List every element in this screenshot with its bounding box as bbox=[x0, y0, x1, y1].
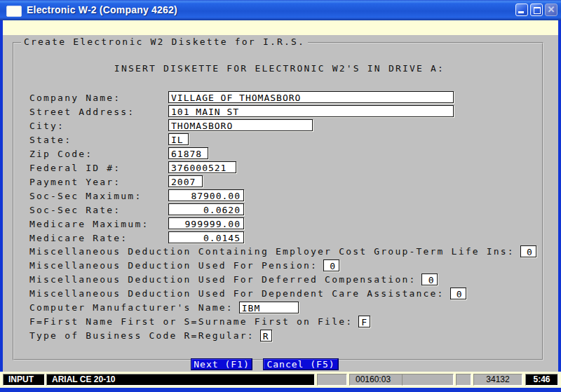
misc-deferred-comp-input[interactable]: 0 bbox=[421, 273, 438, 285]
payment-year-label: Payment Year: bbox=[29, 177, 121, 187]
zip-code-input[interactable]: 61878 bbox=[168, 147, 208, 159]
close-icon: ✕ bbox=[546, 4, 557, 15]
state-label: State: bbox=[29, 135, 72, 145]
timer-indicator: 00160:03 bbox=[349, 374, 405, 386]
medicare-maximum-input[interactable]: 999999.00 bbox=[168, 217, 244, 229]
street-address-label: Street Address: bbox=[29, 107, 135, 117]
misc-dependent-care-label: Miscellaneous Deduction Used For Depende… bbox=[29, 288, 445, 299]
window-title: Electronic W-2 (Company 4262) bbox=[27, 4, 177, 15]
window-controls: ✕ bbox=[515, 4, 557, 16]
app-window: Electronic W-2 (Company 4262) ✕ Create E… bbox=[0, 0, 561, 392]
business-code-input[interactable]: R bbox=[260, 330, 272, 342]
company-name-label: Company Name: bbox=[29, 93, 121, 103]
soc-sec-maximum-input[interactable]: 87900.00 bbox=[168, 189, 244, 201]
misc-pension-input[interactable]: 0 bbox=[323, 259, 339, 271]
field-row: Miscellaneous Deduction Used For Depende… bbox=[29, 288, 466, 302]
misc-deferred-comp-label: Miscellaneous Deduction Used For Deferre… bbox=[29, 273, 416, 285]
field-row: Miscellaneous Deduction Used For Deferre… bbox=[29, 273, 438, 288]
medicare-rate-input[interactable]: 0.0145 bbox=[168, 231, 244, 243]
maximize-icon bbox=[534, 7, 541, 14]
diskette-instruction-heading: INSERT DISKETTE FOR ELECTRONIC W2'S IN D… bbox=[13, 63, 546, 74]
status-cell-empty-2 bbox=[402, 374, 454, 386]
field-row: Miscellaneous Deduction Containing Emplo… bbox=[29, 245, 536, 259]
title-bar: Electronic W-2 (Company 4262) ✕ bbox=[0, 0, 561, 20]
company-name-input[interactable]: VILLAGE OF THOMASBORO bbox=[168, 91, 454, 103]
misc-group-term-life-label: Miscellaneous Deduction Containing Emplo… bbox=[29, 245, 515, 257]
field-row: Type of Business Code R=Regular: R bbox=[29, 330, 272, 344]
input-mode-indicator: INPUT bbox=[3, 374, 45, 386]
field-row: Miscellaneous Deduction Used For Pension… bbox=[29, 259, 339, 273]
city-input[interactable]: THOMASBORO bbox=[168, 119, 313, 131]
street-address-input[interactable]: 101 MAIN ST bbox=[168, 105, 454, 117]
group-box-title: Create Electronic W2 Diskette for I.R.S. bbox=[21, 36, 308, 48]
window-document-icon bbox=[6, 6, 22, 17]
computer-manufacturer-input[interactable]: IBM bbox=[239, 302, 299, 313]
status-bar: INPUT ARIAL CE 20-10 00160:03 34132 5:46 bbox=[0, 372, 561, 388]
menu-strip bbox=[3, 20, 558, 35]
font-indicator: ARIAL CE 20-10 bbox=[46, 374, 315, 386]
name-order-input[interactable]: F bbox=[358, 316, 370, 327]
federal-id-input[interactable]: 376000521 bbox=[168, 161, 236, 173]
field-row: F=First Name First or S=Surname First on… bbox=[29, 316, 370, 330]
computer-manufacturer-label: Computer Manufacturer's Name: bbox=[29, 302, 234, 313]
cancel-button[interactable]: Cancel (F5) bbox=[263, 358, 339, 370]
field-row: Computer Manufacturer's Name: IBM bbox=[29, 302, 299, 316]
soc-sec-rate-input[interactable]: 0.0620 bbox=[168, 203, 244, 215]
status-cell-empty-3 bbox=[456, 374, 471, 386]
zip-code-label: Zip Code: bbox=[29, 149, 93, 159]
maximize-button[interactable] bbox=[530, 4, 543, 16]
minimize-button[interactable] bbox=[515, 4, 528, 16]
minimize-icon bbox=[518, 11, 524, 13]
payment-year-input[interactable]: 2007 bbox=[168, 175, 203, 187]
medicare-maximum-label: Medicare Maximum: bbox=[29, 219, 149, 229]
federal-id-label: Federal ID #: bbox=[29, 163, 121, 173]
clock-indicator: 5:46 bbox=[525, 374, 558, 386]
state-input[interactable]: IL bbox=[168, 133, 189, 145]
misc-dependent-care-input[interactable]: 0 bbox=[450, 288, 466, 299]
business-code-label: Type of Business Code R=Regular: bbox=[29, 330, 255, 342]
city-label: City: bbox=[29, 121, 65, 131]
next-button[interactable]: Next (F1) bbox=[191, 358, 252, 370]
soc-sec-rate-label: Soc-Sec Rate: bbox=[29, 205, 121, 215]
soc-sec-maximum-label: Soc-Sec Maximum: bbox=[29, 191, 142, 201]
name-order-label: F=First Name First or S=Surname First on… bbox=[29, 316, 353, 327]
medicare-rate-label: Medicare Rate: bbox=[29, 233, 128, 243]
record-count-indicator: 34132 bbox=[473, 374, 522, 386]
misc-group-term-life-input[interactable]: 0 bbox=[520, 245, 536, 257]
close-button[interactable]: ✕ bbox=[545, 4, 557, 16]
misc-pension-label: Miscellaneous Deduction Used For Pension… bbox=[29, 259, 318, 271]
status-cell-empty-1 bbox=[317, 374, 347, 386]
